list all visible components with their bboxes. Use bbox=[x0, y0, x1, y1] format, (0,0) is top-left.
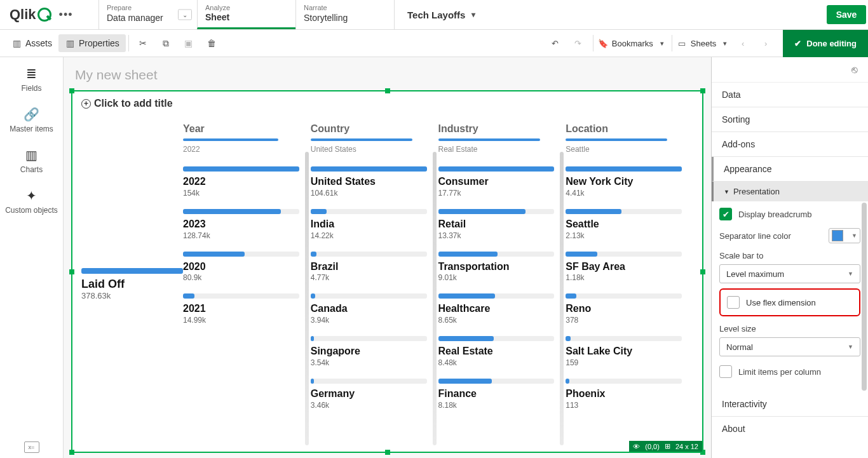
level-breadcrumb[interactable]: Seattle bbox=[566, 145, 693, 154]
level-header[interactable]: Location bbox=[566, 123, 693, 135]
level-size-select[interactable]: Normal ▼ bbox=[719, 337, 860, 356]
chevron-down-icon[interactable]: ⌄ bbox=[178, 10, 192, 20]
level-item[interactable]: Singapore 3.54k bbox=[311, 336, 438, 367]
property-panel: ⎋ Data Sorting Add-ons Appearance ▼ Pres… bbox=[711, 57, 868, 458]
level-item[interactable]: 2020 80.9k bbox=[183, 252, 311, 283]
resize-handle[interactable] bbox=[700, 269, 705, 274]
app-title[interactable]: Tech Layoffs ▾ bbox=[394, 0, 825, 29]
resize-handle[interactable] bbox=[385, 88, 390, 93]
level-item[interactable]: United States 104.61k bbox=[311, 166, 438, 198]
level-item[interactable]: SF Bay Area 1.18k bbox=[566, 252, 693, 283]
level-header-bar bbox=[566, 138, 667, 141]
resize-handle[interactable] bbox=[69, 269, 74, 274]
share-icon[interactable]: ⎋ bbox=[851, 64, 858, 76]
sheets-menu[interactable]: Sheets bbox=[689, 39, 718, 48]
separator-color-picker[interactable]: ▼ bbox=[829, 228, 860, 243]
level-item[interactable]: 2021 14.99k bbox=[183, 293, 311, 325]
flex-dimension-checkbox[interactable] bbox=[727, 296, 740, 309]
item-value: 159 bbox=[566, 358, 682, 367]
done-editing-button[interactable]: ✔ Done editing bbox=[783, 30, 868, 57]
resize-handle[interactable] bbox=[700, 88, 705, 93]
bar-chart-icon: ▥ bbox=[25, 147, 37, 163]
resize-handle[interactable] bbox=[69, 88, 74, 93]
limit-items-checkbox[interactable] bbox=[719, 365, 732, 378]
sheet-title[interactable]: My new sheet bbox=[75, 67, 158, 83]
item-label: India bbox=[311, 218, 427, 231]
paste-button[interactable]: ▣ bbox=[177, 34, 200, 52]
section-addons[interactable]: Add-ons bbox=[712, 132, 868, 157]
variables-button[interactable]: x= bbox=[24, 441, 39, 453]
level-item[interactable]: Seattle 2.13k bbox=[566, 209, 693, 240]
prop-label: Separator line color bbox=[719, 231, 791, 241]
visualization-object[interactable]: + Click to add title Laid Off 378.63k Ye… bbox=[71, 90, 703, 453]
item-label: Healthcare bbox=[438, 302, 555, 316]
level-item[interactable]: Real Estate 8.48k bbox=[438, 336, 566, 367]
root-label[interactable]: Laid Off bbox=[81, 278, 183, 291]
tab-sublabel: Narrate bbox=[304, 4, 327, 11]
item-label: Finance bbox=[438, 387, 555, 401]
section-data[interactable]: Data bbox=[712, 83, 868, 107]
level-breadcrumb[interactable]: United States bbox=[311, 145, 438, 154]
item-label: 2020 bbox=[183, 260, 299, 274]
asset-custom-objects[interactable]: ✦ Custom objects bbox=[5, 188, 58, 215]
level-header[interactable]: Year bbox=[183, 123, 311, 135]
copy-button[interactable]: ⧉ bbox=[154, 34, 177, 52]
assets-toggle[interactable]: ▥ Assets bbox=[5, 34, 58, 52]
level-header[interactable]: Industry bbox=[438, 123, 566, 135]
level-item[interactable]: 2022 154k bbox=[183, 166, 311, 198]
level-item[interactable]: India 14.22k bbox=[311, 209, 438, 240]
scrollbar[interactable] bbox=[862, 203, 867, 391]
more-icon[interactable]: ••• bbox=[59, 8, 73, 22]
sheet-canvas[interactable]: My new sheet + Click to add title Laid O… bbox=[64, 57, 711, 458]
item-bar bbox=[566, 166, 682, 172]
section-appearance[interactable]: Appearance bbox=[712, 157, 868, 182]
level-item[interactable]: Reno 378 bbox=[566, 293, 693, 325]
level-item[interactable]: New York City 4.41k bbox=[566, 166, 693, 198]
level-item[interactable]: Retail 13.37k bbox=[438, 209, 566, 240]
asset-charts[interactable]: ▥ Charts bbox=[20, 147, 43, 174]
asset-fields[interactable]: ≣ Fields bbox=[21, 66, 41, 93]
delete-button[interactable]: 🗑 bbox=[200, 34, 223, 52]
level-item[interactable]: 2023 128.74k bbox=[183, 209, 311, 240]
viz-title-placeholder[interactable]: + Click to add title bbox=[72, 91, 702, 116]
level-item[interactable]: Brazil 4.77k bbox=[311, 252, 438, 283]
color-swatch bbox=[832, 230, 843, 241]
level-item[interactable]: Salt Lake City 159 bbox=[566, 336, 693, 367]
tab-prepare[interactable]: Prepare Data manager ⌄ bbox=[98, 0, 197, 29]
chevron-down-icon: ▼ bbox=[851, 232, 857, 239]
properties-toggle[interactable]: ▥ Properties bbox=[58, 34, 126, 52]
section-about[interactable]: About bbox=[712, 417, 868, 441]
asset-master-items[interactable]: 🔗 Master items bbox=[10, 107, 53, 133]
chevron-down-icon[interactable]: ▾ bbox=[719, 34, 731, 53]
level-header[interactable]: Country bbox=[311, 123, 438, 135]
level-item[interactable]: Canada 3.94k bbox=[311, 293, 438, 325]
item-label: Reno bbox=[566, 302, 682, 316]
level-item[interactable]: Consumer 17.77k bbox=[438, 166, 566, 198]
undo-button[interactable]: ↶ bbox=[545, 34, 566, 53]
section-interactivity[interactable]: Interactivity bbox=[712, 392, 868, 417]
level-breadcrumb[interactable]: 2022 bbox=[183, 145, 311, 154]
tab-analyze[interactable]: Analyze Sheet bbox=[197, 0, 295, 29]
item-label: 2022 bbox=[183, 175, 299, 189]
level-item[interactable]: Phoenix 113 bbox=[566, 379, 693, 410]
display-breadcrumb-checkbox[interactable]: ✔ bbox=[719, 208, 732, 220]
level-item[interactable]: Germany 3.46k bbox=[311, 379, 438, 410]
scale-bar-select[interactable]: Level maximum ▼ bbox=[719, 264, 860, 283]
level-header-bar bbox=[311, 138, 412, 141]
resize-handle[interactable] bbox=[69, 450, 74, 455]
level-breadcrumb[interactable]: Real Estate bbox=[438, 145, 566, 154]
chevron-down-icon[interactable]: ▾ bbox=[656, 34, 668, 53]
tab-narrate[interactable]: Narrate Storytelling bbox=[295, 0, 394, 29]
save-button[interactable]: Save bbox=[827, 5, 867, 24]
section-sorting[interactable]: Sorting bbox=[712, 107, 868, 132]
level-item[interactable]: Transportation 9.01k bbox=[438, 252, 566, 283]
level-item[interactable]: Finance 8.18k bbox=[438, 379, 566, 410]
level-item[interactable]: Healthcare 8.65k bbox=[438, 293, 566, 325]
bookmarks-menu[interactable]: Bookmarks bbox=[610, 39, 655, 48]
resize-handle[interactable] bbox=[385, 450, 390, 455]
item-label: New York City bbox=[566, 175, 682, 189]
subsection-presentation[interactable]: ▼ Presentation bbox=[712, 182, 868, 201]
item-bar bbox=[438, 209, 555, 214]
cut-button[interactable]: ✂ bbox=[132, 34, 154, 52]
viz-title-text: Click to add title bbox=[94, 98, 173, 109]
